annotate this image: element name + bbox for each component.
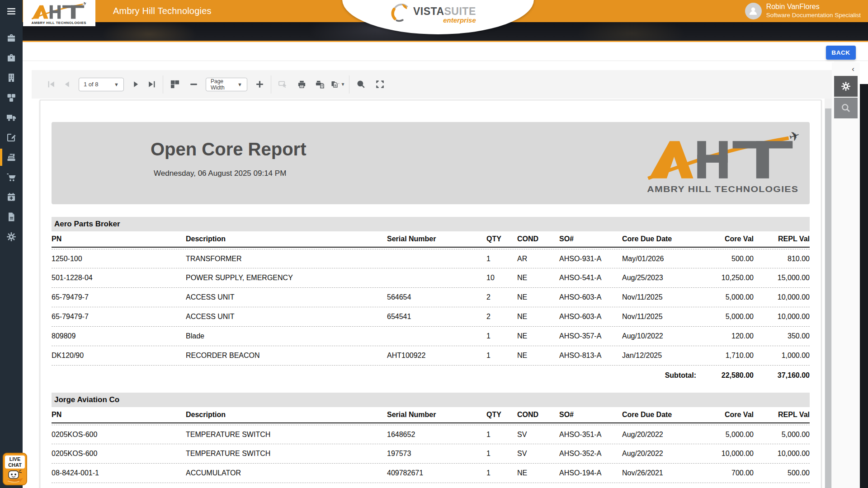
table-cell: 500.00 [754, 469, 810, 477]
last-page-button[interactable] [144, 77, 159, 92]
table-cell: 564654 [387, 293, 483, 301]
column-header: SO# [556, 235, 618, 243]
table-cell: 1 [483, 255, 514, 263]
sidebar-item-purchasing[interactable] [0, 167, 23, 187]
column-header: COND [514, 235, 556, 243]
swirl-icon [390, 2, 410, 23]
sidebar-item-shipping[interactable] [0, 108, 23, 127]
sidebar-item-reports[interactable] [0, 207, 23, 227]
gear-icon [840, 81, 851, 92]
column-header: Core Due Date [618, 411, 703, 419]
building-icon [6, 72, 17, 83]
table-cell: 10,000.00 [703, 450, 754, 458]
table-row: 0205KOS-600TEMPERATURE SWITCH1975731SVAH… [52, 444, 810, 464]
table-row: 1250-100TRANSFORMER1ARAHSO-931-AMay/01/2… [52, 249, 810, 268]
search-button[interactable] [353, 77, 368, 92]
print-page-button[interactable] [312, 77, 327, 92]
table-cell: 10,250.00 [703, 274, 754, 282]
table-cell: AHSO-194-A [556, 469, 618, 477]
zoom-out-button[interactable] [186, 77, 201, 92]
report-settings-button[interactable] [834, 76, 858, 97]
scrollbar-thumb[interactable] [825, 108, 831, 488]
select-tool-button[interactable] [275, 77, 290, 92]
page-area: Open Core Report Wednesday, 06 August 20… [32, 99, 834, 488]
table-cell: Aug/10/2022 [618, 332, 703, 340]
column-header: Core Val [703, 411, 754, 419]
subtotal-core-val: 22,580.00 [703, 371, 754, 380]
table-cell: Nov/26/2021 [618, 469, 703, 477]
table-cell: 2 [483, 313, 514, 321]
sidebar-item-scheduling[interactable] [0, 187, 23, 207]
column-header: Description [186, 411, 387, 419]
collapse-icon[interactable]: ‹ [832, 62, 860, 76]
table-cell: 1 [483, 332, 514, 340]
cart-icon [6, 172, 17, 183]
report-logo-caption: AMBRY HILL TECHNOLOGIES [647, 184, 798, 194]
table-cell: 197573 [387, 450, 483, 458]
table-cell: Blade [186, 332, 387, 340]
sidebar-item-building[interactable] [0, 68, 23, 88]
viewer-scrollbar[interactable] [825, 99, 832, 488]
table-cell: 654541 [387, 313, 483, 321]
zoom-in-button[interactable] [252, 77, 267, 92]
report-search-button[interactable] [834, 98, 858, 118]
table-cell: NE [514, 274, 556, 282]
fullscreen-button[interactable] [372, 77, 387, 92]
table-cell: NE [514, 469, 556, 477]
table-body: 0205KOS-600TEMPERATURE SWITCH16486521SVA… [52, 425, 809, 483]
column-header: QTY [483, 411, 514, 419]
search-icon [840, 103, 851, 113]
sidebar-item-sales[interactable] [0, 147, 23, 167]
table-cell: 700.00 [703, 469, 754, 477]
table-row: 08-8424-001-1ACCUMULATOR4097826711NEAHSO… [52, 464, 810, 483]
briefcase-icon [6, 52, 17, 63]
truck-icon [6, 112, 17, 123]
live-chat-button[interactable]: LIVECHAT [3, 453, 27, 485]
column-header: PN [52, 411, 186, 419]
table-cell: 15,000.00 [754, 274, 810, 282]
sidebar-item-briefcase-1[interactable] [0, 28, 23, 48]
first-page-button[interactable] [43, 77, 59, 92]
table-cell: AR [514, 255, 556, 263]
user-menu[interactable]: Robin VanFlores Software Documentation S… [745, 2, 861, 19]
next-page-button[interactable] [128, 77, 144, 92]
table-cell: 08-8424-001-1 [52, 469, 186, 477]
multipage-view-button[interactable] [167, 77, 182, 92]
report-header-block: Open Core Report Wednesday, 06 August 20… [52, 122, 810, 204]
left-sidebar [0, 0, 23, 488]
sidebar-item-settings[interactable] [0, 227, 23, 247]
sidebar-item-inventory[interactable] [0, 88, 23, 108]
menu-icon[interactable] [0, 0, 23, 23]
table-row: 65-79479-7ACCESS UNIT6545412NEAHSO-603-A… [52, 307, 810, 327]
column-header: Core Val [703, 235, 754, 243]
sidebar-item-quotes[interactable] [0, 127, 23, 147]
table-cell: 65-79479-7 [52, 313, 186, 321]
table-cell: Jan/12/2025 [618, 352, 703, 360]
app-title: Ambry Hill Technologies [113, 0, 212, 22]
print-button[interactable] [294, 77, 309, 92]
table-cell: ACCUMULATOR [186, 469, 387, 477]
content-area: BACK 1 of 8▼ Page Width▼ [23, 41, 868, 488]
table-cell: Aug/20/2022 [618, 431, 703, 439]
export-button[interactable]: ▼ [330, 77, 345, 92]
cash-register-icon [6, 152, 17, 163]
column-header: QTY [483, 235, 514, 243]
company-logo[interactable]: ✈ AMBRY HILL TECHNOLOGIES [23, 0, 95, 26]
prev-page-button[interactable] [59, 77, 74, 92]
back-button[interactable]: BACK [826, 46, 856, 60]
page-select[interactable]: 1 of 8▼ [79, 78, 124, 91]
calendar-plus-icon [6, 192, 17, 202]
table-row: 0205KOS-600TEMPERATURE SWITCH16486521SVA… [52, 425, 810, 444]
sidebar-item-briefcase-2[interactable] [0, 48, 23, 68]
table-cell: AHSO-603-A [556, 293, 618, 301]
section-header: Jorge Aviation Co [52, 393, 810, 407]
document-icon [6, 211, 17, 222]
report-datetime: Wednesday, 06 August 2025 09:14 PM [154, 169, 286, 178]
table-cell: 1648652 [387, 431, 483, 439]
table-cell: POWER SUPPLY, EMERGENCY [186, 274, 387, 282]
table-row: DK120/90RECORDER BEACONAHT1009221NEAHSO-… [52, 346, 810, 366]
brand-part2: SUITE [444, 5, 476, 17]
zoom-select[interactable]: Page Width▼ [206, 78, 247, 91]
column-header: SO# [556, 411, 618, 419]
table-cell: 1,000.00 [754, 352, 810, 360]
